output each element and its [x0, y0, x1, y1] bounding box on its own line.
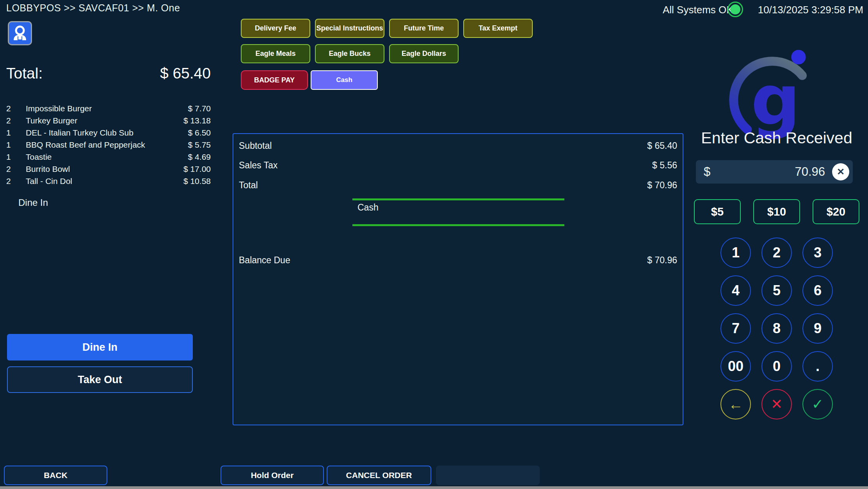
keypad-key-0[interactable]: 0	[761, 351, 792, 382]
pos-screen: LOBBYPOS >> SAVCAF01 >> M. One All Syste…	[0, 0, 868, 489]
order-total-label: Total:	[6, 65, 43, 82]
keypad-key-3[interactable]: 3	[802, 237, 833, 268]
order-options-row: Delivery FeeSpecial InstructionsFuture T…	[241, 19, 533, 38]
tax-exempt-button[interactable]: Tax Exempt	[463, 19, 533, 38]
eagle-meals-button[interactable]: Eagle Meals	[241, 44, 310, 63]
keypad-key-1[interactable]: 1	[720, 237, 751, 268]
order-item-price: $ 6.50	[168, 127, 211, 139]
eagle-dollars-button[interactable]: Eagle Dollars	[389, 44, 459, 63]
special-instructions-button[interactable]: Special Instructions	[315, 19, 384, 38]
order-item-price: $ 13.18	[168, 114, 211, 127]
badge-pay-button[interactable]: BADGE PAY	[241, 70, 308, 90]
breadcrumb: LOBBYPOS >> SAVCAF01 >> M. One	[6, 2, 180, 14]
subtotal-row: Subtotal $ 65.40	[239, 141, 677, 151]
keypad-key-6[interactable]: 6	[802, 275, 833, 306]
future-time-button[interactable]: Future Time	[389, 19, 459, 38]
sales-tax-value: $ 5.56	[652, 160, 677, 171]
datetime-display: 10/13/2025 3:29:58 PM	[757, 4, 863, 16]
tender-divider-top	[352, 198, 564, 200]
Burrito Bowl: 2 Burrito Bowl $ 17.00	[6, 163, 211, 175]
DEL - Italian Turkey Club Sub: 1 DEL - Italian Turkey Club Sub $ 6.50	[6, 127, 211, 139]
keypad-key-9[interactable]: 9	[802, 313, 833, 344]
order-item-qty: 2	[6, 102, 26, 114]
subtotal-value: $ 65.40	[647, 141, 677, 151]
order-item-qty: 1	[6, 139, 26, 151]
total-label: Total	[239, 180, 258, 191]
order-total-row: Total: $ 65.40	[6, 65, 211, 82]
keypad-key-4[interactable]: 4	[720, 275, 751, 306]
Toastie: 1 Toastie $ 4.69	[6, 151, 211, 163]
order-item-price: $ 7.70	[168, 102, 211, 114]
disabled-button	[436, 466, 540, 485]
cancel-order-button[interactable]: CANCEL ORDER	[327, 466, 431, 485]
receipt-panel: Subtotal $ 65.40 Sales Tax $ 5.56 Total …	[233, 133, 683, 425]
eagle-bucks-button[interactable]: Eagle Bucks	[315, 44, 384, 63]
confirm-key[interactable]: ✓	[802, 389, 833, 419]
hold-order-button[interactable]: Hold Order	[221, 466, 324, 485]
quick-cash-20-button[interactable]: $20	[813, 199, 859, 224]
status-ok-icon	[727, 2, 743, 17]
order-item-price: $ 4.69	[168, 151, 211, 163]
order-item-name: DEL - Italian Turkey Club Sub	[26, 127, 168, 139]
order-item-name: Tall - Cin Dol	[26, 175, 168, 187]
Impossible Burger: 2 Impossible Burger $ 7.70	[6, 102, 211, 114]
keypad-key-decimal[interactable]: .	[802, 351, 833, 382]
subtotal-label: Subtotal	[239, 141, 272, 151]
currency-symbol: $	[704, 165, 710, 179]
Tall - Cin Dol: 2 Tall - Cin Dol $ 10.58	[6, 175, 211, 187]
order-item-price: $ 17.00	[168, 163, 211, 175]
quick-cash-row: $5$10$20	[694, 199, 859, 224]
order-item-name: Turkey Burger	[26, 114, 168, 127]
balance-due-row: Balance Due $ 70.96	[239, 255, 677, 266]
balance-due-value: $ 70.96	[647, 255, 677, 266]
cash-entry-title: Enter Cash Received	[689, 129, 864, 147]
system-status-label: All Systems OK	[663, 4, 733, 16]
keypad-key-00[interactable]: 00	[720, 351, 751, 382]
order-item-price: $ 5.75	[168, 139, 211, 151]
tender-type-label: Cash	[358, 202, 379, 213]
backspace-key[interactable]: ←	[720, 389, 751, 419]
order-item-name: Toastie	[26, 151, 168, 163]
balance-due-label: Balance Due	[239, 255, 290, 266]
person-icon	[11, 25, 28, 42]
Turkey Burger: 2 Turkey Burger $ 13.18	[6, 114, 211, 127]
cash-tender-button[interactable]: Cash	[311, 70, 378, 90]
keypad-key-8[interactable]: 8	[761, 313, 792, 344]
dine-in-button[interactable]: Dine In	[7, 334, 193, 361]
order-item-qty: 2	[6, 114, 26, 127]
bottom-edge-strip	[0, 486, 868, 489]
order-item-name: BBQ Roast Beef and Pepperjack	[26, 139, 168, 151]
quick-cash-10-button[interactable]: $10	[753, 199, 800, 224]
sales-tax-label: Sales Tax	[239, 160, 277, 171]
total-value: $ 70.96	[647, 180, 677, 191]
keypad-key-2[interactable]: 2	[761, 237, 792, 268]
keypad-key-5[interactable]: 5	[761, 275, 792, 306]
clear-amount-icon[interactable]: ✕	[832, 163, 849, 180]
cash-amount-input[interactable]: $ 70.96 ✕	[696, 160, 853, 184]
delivery-fee-button[interactable]: Delivery Fee	[241, 19, 310, 38]
order-item-price: $ 10.58	[168, 175, 211, 187]
cashier-avatar-button[interactable]	[8, 21, 32, 45]
order-item-qty: 2	[6, 175, 26, 187]
cancel-key[interactable]: ✕	[761, 389, 792, 419]
order-item-name: Impossible Burger	[26, 102, 168, 114]
order-item-qty: 1	[6, 151, 26, 163]
order-item-qty: 1	[6, 127, 26, 139]
keypad-key-7[interactable]: 7	[720, 313, 751, 344]
total-row: Total $ 70.96	[239, 180, 677, 191]
svg-text:g: g	[751, 60, 800, 141]
order-item-name: Burrito Bowl	[26, 163, 168, 175]
keypad: 123456789000.←✕✓	[720, 237, 833, 419]
order-total-value: $ 65.40	[160, 65, 211, 82]
eagle-payments-row: Eagle MealsEagle BucksEagle Dollars	[241, 44, 459, 63]
quick-cash-5-button[interactable]: $5	[694, 199, 741, 224]
sales-tax-row: Sales Tax $ 5.56	[239, 160, 677, 171]
status-ok-icon-inner	[730, 4, 740, 14]
BBQ Roast Beef and Pepperjack: 1 BBQ Roast Beef and Pepperjack $ 5.75	[6, 139, 211, 151]
back-button[interactable]: BACK	[4, 466, 107, 485]
tender-divider-bottom	[352, 224, 564, 226]
cash-amount-value: 70.96	[710, 165, 832, 179]
order-item-qty: 2	[6, 163, 26, 175]
order-type-label: Dine In	[18, 197, 48, 208]
take-out-button[interactable]: Take Out	[7, 366, 193, 393]
